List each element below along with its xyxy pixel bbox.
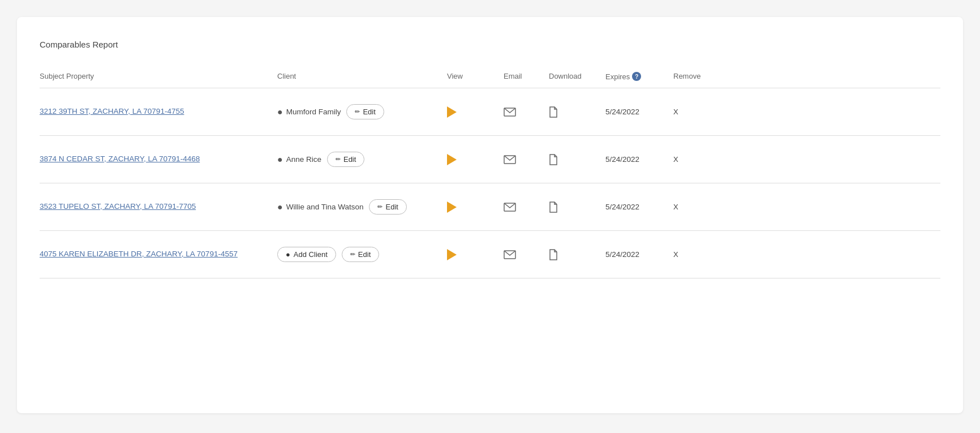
download-icon-3[interactable]: [549, 202, 558, 213]
email-icon-4[interactable]: [504, 250, 516, 259]
email-cell-2: [504, 155, 549, 164]
expires-cell-4: 5/24/2022: [605, 250, 673, 259]
header-email: Email: [504, 72, 549, 81]
client-name-1: Mumford Family: [286, 108, 341, 116]
download-icon-4[interactable]: [549, 249, 558, 260]
edit-button-2[interactable]: ✏ Edit: [327, 152, 364, 167]
property-link-2[interactable]: 3874 N CEDAR ST, ZACHARY, LA 70791-4468: [40, 154, 277, 165]
property-link-4[interactable]: 4075 KAREN ELIZABETH DR, ZACHARY, LA 707…: [40, 249, 277, 260]
table-row: 3874 N CEDAR ST, ZACHARY, LA 70791-4468 …: [40, 136, 940, 183]
person-icon-1: ●: [277, 107, 283, 117]
edit-button-1[interactable]: ✏ Edit: [346, 104, 384, 119]
play-icon-2[interactable]: [447, 154, 457, 165]
download-cell-2: [549, 154, 605, 165]
pencil-icon-1: ✏: [355, 108, 360, 115]
view-cell-3: [447, 202, 504, 213]
page-title: Comparables Report: [40, 40, 940, 49]
remove-button-1[interactable]: X: [673, 108, 719, 116]
email-cell-4: [504, 250, 549, 259]
person-icon-3: ●: [277, 202, 283, 212]
client-info-3: ● Willie and Tina Watson: [277, 202, 363, 212]
pencil-icon-4: ✏: [350, 251, 355, 258]
view-cell-2: [447, 154, 504, 165]
expires-cell-2: 5/24/2022: [605, 155, 673, 164]
play-icon-1[interactable]: [447, 106, 457, 118]
expires-cell-1: 5/24/2022: [605, 108, 673, 116]
expires-cell-3: 5/24/2022: [605, 203, 673, 211]
download-cell-3: [549, 202, 605, 213]
edit-button-3[interactable]: ✏ Edit: [369, 199, 406, 215]
person-icon-4: ●: [286, 250, 290, 259]
view-cell-4: [447, 249, 504, 260]
play-icon-3[interactable]: [447, 202, 457, 213]
view-cell-1: [447, 106, 504, 118]
client-name-2: Anne Rice: [286, 155, 321, 164]
page-container: Comparables Report Subject Property Clie…: [17, 17, 963, 413]
table-row: 4075 KAREN ELIZABETH DR, ZACHARY, LA 707…: [40, 231, 940, 278]
table-header: Subject Property Client View Email Downl…: [40, 72, 940, 88]
person-icon-2: ●: [277, 155, 283, 165]
pencil-icon-2: ✏: [336, 156, 341, 163]
header-subject-property: Subject Property: [40, 72, 277, 81]
header-client: Client: [277, 72, 447, 81]
edit-button-4[interactable]: ✏ Edit: [342, 247, 379, 262]
download-icon-2[interactable]: [549, 154, 558, 165]
email-icon-3[interactable]: [504, 203, 516, 212]
client-cell-3: ● Willie and Tina Watson ✏ Edit: [277, 199, 447, 215]
client-info-2: ● Anne Rice: [277, 155, 321, 165]
download-cell-1: [549, 106, 605, 118]
email-cell-1: [504, 108, 549, 117]
table-row: 3523 TUPELO ST, ZACHARY, LA 70791-7705 ●…: [40, 183, 940, 231]
email-cell-3: [504, 203, 549, 212]
remove-button-2[interactable]: X: [673, 155, 719, 164]
header-remove: Remove: [673, 72, 719, 81]
expires-help-icon[interactable]: ?: [632, 72, 641, 81]
client-cell-1: ● Mumford Family ✏ Edit: [277, 104, 447, 119]
remove-button-4[interactable]: X: [673, 250, 719, 259]
header-view: View: [447, 72, 504, 81]
email-icon-2[interactable]: [504, 155, 516, 164]
table-row: 3212 39TH ST, ZACHARY, LA 70791-4755 ● M…: [40, 88, 940, 136]
email-icon-1[interactable]: [504, 108, 516, 117]
client-info-1: ● Mumford Family: [277, 107, 341, 117]
property-link-3[interactable]: 3523 TUPELO ST, ZACHARY, LA 70791-7705: [40, 202, 277, 212]
download-cell-4: [549, 249, 605, 260]
play-icon-4[interactable]: [447, 249, 457, 260]
download-icon-1[interactable]: [549, 106, 558, 118]
client-name-3: Willie and Tina Watson: [286, 203, 364, 211]
property-link-1[interactable]: 3212 39TH ST, ZACHARY, LA 70791-4755: [40, 106, 277, 117]
pencil-icon-3: ✏: [377, 203, 382, 211]
add-client-button[interactable]: ● Add Client: [277, 247, 336, 262]
header-download: Download: [549, 72, 605, 81]
remove-button-3[interactable]: X: [673, 203, 719, 211]
client-cell-2: ● Anne Rice ✏ Edit: [277, 152, 447, 167]
header-expires: Expires ?: [605, 72, 673, 81]
client-cell-4: ● Add Client ✏ Edit: [277, 247, 447, 262]
